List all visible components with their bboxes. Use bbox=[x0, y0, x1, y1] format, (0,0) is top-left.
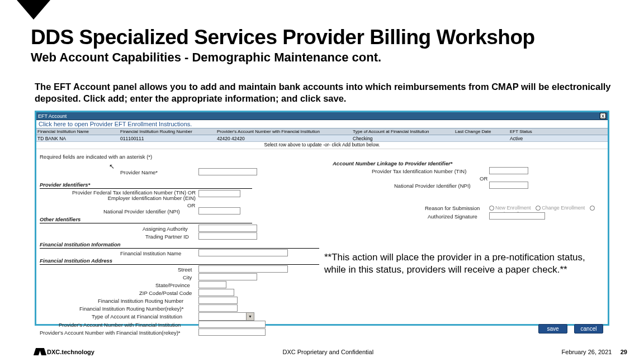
label-acct-type: Type of Account at Financial Institution bbox=[92, 313, 182, 320]
label-tin-ein: Provider Federal Tax Identification Numb… bbox=[64, 190, 196, 201]
routing-input[interactable] bbox=[198, 297, 238, 304]
slide-subtitle: Web Account Capabilities - Demographic M… bbox=[31, 50, 622, 65]
authorized-signature-input[interactable] bbox=[489, 212, 545, 220]
cell-acct-type: Checking bbox=[353, 136, 451, 141]
state-input[interactable] bbox=[198, 281, 226, 288]
label-acct-num: Provider's Account Number with Financial… bbox=[59, 322, 181, 328]
label-link-tin: Provider Tax Identification Number (TIN) bbox=[372, 168, 466, 174]
panel-titlebar: EFT Account X bbox=[36, 112, 608, 120]
col-fin-name: Financial Institution Name bbox=[37, 129, 116, 134]
label-or-1: OR bbox=[187, 202, 195, 208]
corner-triangle-icon bbox=[17, 0, 50, 20]
section-provider-identifiers: Provider Identifiers* bbox=[40, 182, 252, 189]
label-change-enrollment: Change Enrollment bbox=[542, 205, 585, 211]
label-routing-rekey: Financial Institution Routing Number(rek… bbox=[79, 306, 183, 312]
label-authorized-signature: Authorized Signature bbox=[428, 213, 477, 220]
footer-confidential: DXC Proprietary and Confidential bbox=[94, 349, 562, 355]
required-fields-note: Required fields are indicated with an as… bbox=[40, 154, 152, 160]
zip-input[interactable] bbox=[198, 289, 234, 296]
radio-change-enrollment[interactable] bbox=[536, 206, 541, 211]
label-city: City bbox=[183, 274, 192, 280]
label-npi: National Provider Identifier (NPI) bbox=[103, 208, 180, 215]
label-zip: ZIP Code/Postal Code bbox=[139, 290, 192, 296]
cursor-icon: ↖ bbox=[109, 163, 115, 170]
label-street: Street bbox=[178, 266, 192, 273]
footer-date: February 26, 2021 bbox=[562, 349, 612, 355]
save-button[interactable]: save bbox=[538, 324, 567, 334]
slide-title: DDS Specialized Services Provider Billin… bbox=[31, 26, 622, 49]
radio-cancel-enrollment[interactable] bbox=[590, 206, 595, 211]
slide-footer: DXC.technology DXC Proprietary and Confi… bbox=[35, 348, 627, 355]
label-provider-name: Provider Name* bbox=[120, 169, 158, 175]
acct-num-input[interactable] bbox=[198, 321, 266, 328]
label-routing: Financial Institution Routing Number bbox=[98, 298, 183, 304]
acct-num-rekey-input[interactable] bbox=[198, 328, 266, 336]
label-state: State/Province bbox=[155, 282, 190, 288]
col-acct-type: Type of Account at Financial Institution bbox=[353, 129, 451, 134]
trading-partner-input[interactable] bbox=[198, 232, 257, 240]
col-last-change: Last Change Date bbox=[455, 129, 505, 134]
dxc-brand-text: DXC.technology bbox=[47, 349, 94, 355]
col-acct-num: Provider's Account Number with Financial… bbox=[217, 129, 348, 134]
fin-name-input[interactable] bbox=[198, 249, 288, 256]
link-npi-input[interactable] bbox=[489, 182, 528, 189]
select-row-instruction: Select row above to update -or- click Ad… bbox=[36, 142, 608, 149]
section-financial-institution-address: Financial Institution Address bbox=[40, 258, 319, 265]
tin-ein-input[interactable] bbox=[198, 190, 240, 197]
assigning-authority-input[interactable] bbox=[198, 225, 257, 232]
cell-status: Active bbox=[510, 136, 523, 141]
provider-status-note: **This action will place the provider in… bbox=[324, 251, 595, 276]
section-other-identifiers: Other Identifiers bbox=[40, 216, 252, 223]
label-reason-for-submission: Reason for Submission bbox=[425, 205, 480, 211]
label-acct-num-rekey: Provider's Account Number with Financial… bbox=[40, 330, 181, 336]
radio-new-enrollment[interactable] bbox=[489, 206, 494, 211]
dxc-logo: DXC.technology bbox=[35, 348, 94, 355]
provider-name-input[interactable] bbox=[198, 168, 257, 175]
cell-fin-name: TD BANK NA bbox=[37, 136, 116, 141]
label-link-or: OR bbox=[480, 175, 487, 182]
body-paragraph: The EFT Account panel allows you to add … bbox=[35, 81, 619, 104]
label-link-npi: National Provider Identifier (NPI) bbox=[394, 183, 471, 189]
city-input[interactable] bbox=[198, 273, 257, 280]
chevron-down-icon: ▼ bbox=[246, 313, 254, 320]
col-routing: Financial Institution Routing Number bbox=[120, 129, 212, 134]
section-financial-institution-info: Financial Institution Information bbox=[40, 241, 319, 249]
close-icon[interactable]: X bbox=[600, 113, 606, 119]
dxc-mark-icon bbox=[35, 348, 45, 355]
panel-title: EFT Account bbox=[38, 112, 67, 120]
label-account-linkage: Account Number Linkage to Provider Ident… bbox=[333, 160, 452, 166]
cell-routing: 011100111 bbox=[120, 136, 212, 141]
npi-input[interactable] bbox=[198, 207, 240, 215]
footer-page-number: 29 bbox=[621, 349, 627, 355]
street-input[interactable] bbox=[198, 265, 288, 273]
eft-instructions-link[interactable]: Click here to open Provider EFT Enrollme… bbox=[36, 120, 608, 128]
label-new-enrollment: New Enrollment bbox=[495, 205, 531, 211]
eft-form-area: Required fields are indicated with an as… bbox=[36, 149, 608, 334]
col-eft-status: EFT Status bbox=[510, 129, 532, 134]
label-trading-partner: Trading Partner ID bbox=[145, 234, 189, 240]
eft-account-panel-screenshot: EFT Account X Click here to open Provide… bbox=[35, 111, 609, 326]
routing-rekey-input[interactable] bbox=[198, 304, 238, 312]
table-header-row: Financial Institution Name Financial Ins… bbox=[36, 128, 608, 135]
link-tin-input[interactable] bbox=[489, 167, 528, 174]
label-assigning-authority: Assigning Authority bbox=[143, 226, 188, 232]
table-row[interactable]: TD BANK NA 011100111 42420 42420 Checkin… bbox=[36, 135, 608, 142]
cancel-button[interactable]: cancel bbox=[574, 324, 603, 334]
acct-type-select[interactable]: ▼ bbox=[198, 312, 254, 321]
label-fin-name: Financial Institution Name bbox=[120, 250, 181, 256]
cell-acct-num: 42420 42420 bbox=[217, 136, 348, 141]
